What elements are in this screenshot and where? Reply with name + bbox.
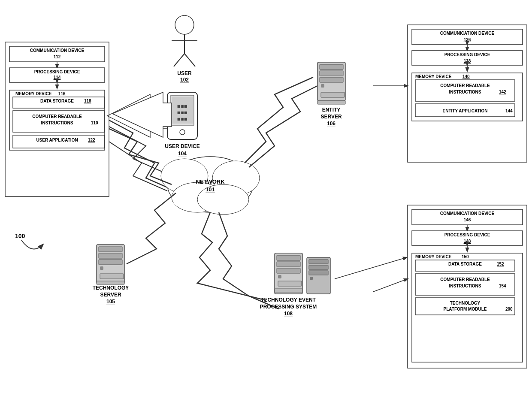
diagram-svg: COMMUNICATION DEVICE 112 PROCESSING DEVI…: [0, 0, 532, 402]
svg-rect-106: [99, 260, 122, 265]
svg-text:PROCESSING DEVICE: PROCESSING DEVICE: [444, 233, 490, 237]
svg-text:SERVER: SERVER: [320, 114, 342, 120]
svg-text:106: 106: [327, 121, 336, 127]
svg-text:COMPUTER READABLE: COMPUTER READABLE: [440, 277, 490, 282]
svg-rect-63: [415, 298, 515, 315]
svg-rect-95: [320, 71, 343, 76]
svg-text:140: 140: [462, 74, 470, 79]
svg-text:NETWORK: NETWORK: [196, 178, 225, 185]
svg-rect-108: [100, 274, 124, 279]
svg-rect-97: [321, 84, 324, 88]
svg-text:114: 114: [54, 75, 61, 80]
svg-text:102: 102: [180, 77, 189, 83]
svg-text:101: 101: [206, 186, 215, 193]
svg-rect-123: [309, 271, 328, 275]
svg-text:COMPUTER READABLE: COMPUTER READABLE: [32, 114, 82, 119]
svg-line-79: [174, 54, 184, 66]
svg-point-76: [175, 15, 194, 34]
svg-text:TECHNOLOGY: TECHNOLOGY: [450, 301, 481, 305]
svg-text:PROCESSING DEVICE: PROCESSING DEVICE: [444, 52, 490, 57]
diagram-container: COMMUNICATION DEVICE 112 PROCESSING DEVI…: [0, 0, 532, 402]
svg-text:▦▦▦: ▦▦▦: [177, 117, 187, 121]
svg-text:COMMUNICATION DEVICE: COMMUNICATION DEVICE: [440, 31, 495, 36]
svg-text:COMPUTER READABLE: COMPUTER READABLE: [440, 83, 490, 88]
svg-text:100: 100: [15, 233, 25, 239]
svg-text:USER: USER: [177, 70, 192, 76]
svg-text:COMMUNICATION DEVICE: COMMUNICATION DEVICE: [440, 211, 495, 216]
svg-text:118: 118: [84, 99, 91, 103]
svg-text:138: 138: [464, 59, 471, 63]
svg-text:PROCESSING SYSTEM: PROCESSING SYSTEM: [260, 304, 317, 310]
svg-rect-114: [277, 255, 300, 260]
svg-rect-105: [99, 253, 122, 258]
svg-text:TECHNOLOGY: TECHNOLOGY: [93, 285, 129, 291]
svg-text:PROCESSING DEVICE: PROCESSING DEVICE: [34, 70, 80, 74]
svg-rect-124: [310, 277, 313, 280]
svg-rect-117: [278, 275, 281, 278]
svg-rect-119: [275, 289, 302, 292]
svg-rect-98: [321, 92, 345, 97]
svg-text:DATA STORAGE: DATA STORAGE: [448, 262, 482, 266]
svg-text:ENTITY APPLICATION: ENTITY APPLICATION: [443, 109, 488, 113]
svg-text:MEMORY DEVICE: MEMORY DEVICE: [415, 254, 452, 259]
svg-text:▦▦▦: ▦▦▦: [177, 111, 187, 115]
svg-text:146: 146: [464, 218, 471, 222]
svg-text:142: 142: [499, 90, 506, 94]
svg-rect-99: [317, 101, 345, 104]
svg-text:104: 104: [178, 151, 187, 157]
svg-rect-116: [277, 268, 300, 273]
svg-text:152: 152: [497, 262, 504, 266]
svg-rect-104: [99, 247, 122, 252]
svg-text:108: 108: [284, 311, 293, 317]
svg-rect-96: [320, 77, 343, 82]
svg-text:MEMORY DEVICE: MEMORY DEVICE: [415, 74, 452, 79]
svg-text:150: 150: [462, 254, 469, 259]
svg-line-74: [373, 279, 408, 292]
svg-rect-109: [97, 281, 124, 284]
svg-text:105: 105: [106, 299, 115, 305]
svg-text:110: 110: [91, 121, 98, 125]
svg-rect-122: [309, 265, 328, 269]
svg-text:148: 148: [464, 239, 471, 244]
svg-text:136: 136: [464, 37, 471, 42]
svg-text:112: 112: [54, 54, 61, 59]
svg-rect-118: [278, 281, 302, 286]
svg-text:COMMUNICATION DEVICE: COMMUNICATION DEVICE: [30, 48, 85, 53]
svg-marker-92: [112, 92, 172, 137]
svg-text:USER DEVICE: USER DEVICE: [165, 143, 200, 149]
svg-rect-115: [277, 262, 300, 267]
svg-text:200: 200: [505, 307, 513, 311]
svg-text:▦▦▦: ▦▦▦: [177, 104, 187, 108]
svg-point-72: [197, 184, 249, 215]
svg-text:144: 144: [505, 109, 513, 113]
svg-text:116: 116: [58, 91, 66, 96]
svg-rect-107: [100, 266, 103, 270]
svg-text:SERVER: SERVER: [100, 292, 121, 298]
svg-line-128: [335, 257, 407, 279]
svg-text:154: 154: [499, 284, 506, 288]
svg-text:USER APPLICATION: USER APPLICATION: [36, 138, 78, 142]
svg-rect-94: [320, 64, 343, 70]
svg-line-80: [184, 54, 195, 66]
svg-text:INSTRUCTIONS: INSTRUCTIONS: [41, 121, 73, 125]
svg-text:INSTRUCTIONS: INSTRUCTIONS: [449, 284, 481, 288]
svg-text:DATA STORAGE: DATA STORAGE: [40, 99, 74, 103]
svg-text:PLATFORM MODULE: PLATFORM MODULE: [444, 307, 487, 311]
svg-text:INSTRUCTIONS: INSTRUCTIONS: [449, 90, 481, 94]
svg-text:122: 122: [88, 138, 95, 142]
svg-text:MEMORY DEVICE: MEMORY DEVICE: [15, 91, 52, 96]
svg-text:ENTITY: ENTITY: [322, 107, 341, 113]
svg-text:TECHNOLOGY EVENT: TECHNOLOGY EVENT: [261, 297, 316, 303]
svg-rect-121: [309, 260, 328, 264]
